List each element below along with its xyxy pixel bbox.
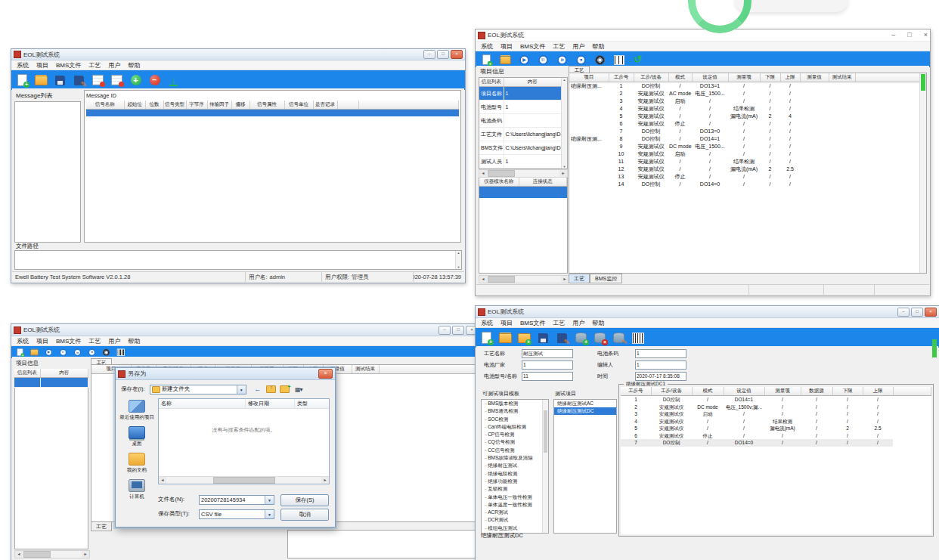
column-header[interactable]: 测量值 [800, 73, 829, 82]
column-header[interactable]: 信号类型 [163, 101, 186, 110]
text-input[interactable]: 1 [522, 360, 573, 370]
toolbar-icon[interactable] [479, 331, 494, 345]
list-item[interactable]: 模组电压测试 [482, 524, 548, 532]
tab-bms-monitor[interactable]: BMS监控 [590, 274, 622, 283]
chevron-down-icon[interactable] [237, 385, 246, 394]
column-header[interactable]: 信息列表 [14, 369, 40, 378]
scroll-left-arrow[interactable] [479, 276, 487, 283]
close-button[interactable] [451, 50, 463, 59]
menu-item[interactable]: 工艺 [549, 319, 569, 327]
save-button[interactable]: 保存(S) [280, 494, 329, 506]
list-item[interactable]: Can终端电阻检测 [482, 423, 548, 431]
column-header[interactable] [358, 101, 459, 110]
menu-item[interactable]: 帮助 [124, 61, 144, 70]
column-header[interactable]: 偏移 [231, 101, 249, 110]
info-row[interactable]: 工艺文件 C:\Users\lichangjiang\Desktop [479, 128, 562, 141]
titlebar[interactable]: EOL测试系统 [11, 49, 465, 60]
step-row[interactable]: 绝缘耐压测... 1 DO控制 / DO13=1 / / / [569, 82, 920, 91]
toolbar-icon[interactable] [593, 331, 607, 345]
column-header[interactable] [893, 387, 931, 396]
list-item[interactable]: 绝缘耐压测试AC [554, 400, 616, 407]
column-header[interactable]: 测量项 [728, 73, 760, 82]
back-icon[interactable] [253, 385, 263, 394]
column-header[interactable]: 测试结果 [829, 73, 855, 82]
text-input[interactable]: 1 [635, 349, 686, 358]
step-row[interactable]: 4 安规测试仪 / / 结果检测 / / / [621, 418, 931, 425]
column-header[interactable]: 工步号 [621, 387, 651, 396]
column-header[interactable] [379, 365, 476, 374]
toolbar-icon[interactable] [147, 73, 162, 87]
list-item[interactable]: 绝缘功能检测 [482, 478, 548, 485]
menu-item[interactable]: BMS文件 [52, 61, 85, 70]
toolbar-icon[interactable] [575, 54, 587, 65]
file-name-input[interactable]: 20200728145934 [199, 495, 274, 505]
horizontal-scrollbar[interactable] [479, 275, 569, 283]
scroll-right-arrow[interactable] [82, 551, 89, 558]
menu-item[interactable]: 项目 [33, 61, 52, 70]
list-item[interactable]: BMS通讯检测 [482, 407, 548, 415]
toolbar-icon[interactable] [102, 348, 111, 356]
menu-item[interactable]: 项目 [33, 337, 52, 345]
toolbar-icon[interactable] [480, 54, 492, 65]
column-header[interactable]: 内容 [40, 369, 88, 378]
scroll-thumb[interactable] [488, 276, 515, 283]
column-header[interactable]: 内容 [504, 78, 562, 87]
step-row[interactable]: 7 DO控制 / DO13=0 / / / [569, 128, 920, 135]
list-item[interactable]: CQ信号检测 [482, 438, 548, 446]
menu-item[interactable]: 系统 [477, 319, 497, 327]
close-button[interactable] [925, 308, 937, 317]
toolbar-icon[interactable] [15, 73, 29, 87]
list-item[interactable]: 绝缘耐压测试 [482, 462, 548, 469]
step-row[interactable]: 1 DO控制 / DO14=1 / / / / [621, 396, 931, 404]
column-header[interactable]: 模式 [668, 73, 692, 82]
up-folder-icon[interactable] [266, 385, 277, 394]
menu-item[interactable]: 工艺 [85, 61, 104, 70]
scroll-thumb[interactable] [23, 551, 51, 558]
step-row[interactable]: 2 安规测试仪 DC mode 电压_1500v;漏... / / / / [621, 404, 931, 411]
place-item[interactable]: 我的文档 [119, 453, 155, 472]
toolbar-icon[interactable] [536, 331, 550, 345]
list-item[interactable]: CP信号检测 [482, 431, 548, 438]
vertical-scrollbar[interactable] [561, 78, 567, 169]
list-item[interactable]: BMS故障读取及清除 [482, 454, 548, 462]
column-header[interactable]: 模式 [692, 387, 724, 396]
column-header[interactable]: 上限 [780, 73, 800, 82]
toolbar-icon[interactable] [499, 54, 511, 65]
column-header[interactable]: 位数 [145, 101, 163, 110]
minimize-button[interactable] [891, 29, 895, 41]
scroll-thumb[interactable] [921, 74, 925, 91]
file-type-select[interactable]: CSV file [199, 509, 274, 519]
selected-empty-row[interactable] [479, 187, 567, 199]
toolbar-icon[interactable] [555, 331, 569, 345]
menu-item[interactable]: 系统 [477, 42, 497, 51]
menu-item[interactable]: 系统 [13, 337, 33, 345]
info-row[interactable]: BMS文件 C:\Users\lichangjiang\Desktop [479, 141, 562, 155]
toolbar-icon[interactable] [537, 54, 549, 65]
column-header[interactable]: 设定值 [692, 73, 728, 82]
menu-item[interactable]: 用户 [569, 319, 588, 327]
toolbar-icon[interactable] [612, 54, 624, 65]
column-header[interactable]: 仪器模块名称 [479, 178, 519, 187]
list-item[interactable]: 绝缘耐压测试DC [554, 407, 616, 415]
step-row[interactable]: 3 安规测试仪 启动 / / / / [569, 97, 920, 105]
menu-item[interactable]: 用户 [104, 61, 124, 70]
list-item[interactable]: SOC检测 [482, 416, 548, 423]
new-folder-icon[interactable] [280, 385, 290, 394]
selected-empty-row[interactable] [86, 110, 459, 117]
info-row[interactable]: 电池条码 [479, 114, 562, 128]
minimize-button[interactable] [423, 50, 435, 59]
titlebar[interactable]: EOL测试系统 [476, 29, 930, 42]
toolbar-icon[interactable] [45, 348, 54, 356]
list-item[interactable]: CC信号检测 [482, 447, 548, 454]
column-header[interactable]: 项目 [569, 73, 609, 82]
menu-item[interactable]: 工艺 [549, 42, 569, 51]
scroll-thumb[interactable] [544, 410, 547, 453]
log-textarea[interactable] [287, 530, 476, 558]
text-input[interactable]: 1 [635, 360, 686, 370]
menu-item[interactable]: 用户 [569, 42, 588, 51]
toolbar-icon[interactable] [59, 348, 68, 356]
step-row[interactable]: 5 安规测试仪 / / 漏电流(mA) 2 4 [569, 113, 920, 120]
column-header[interactable]: 工步/设备 [634, 73, 668, 82]
toolbar-icon[interactable] [30, 348, 39, 356]
toolbar-icon[interactable] [88, 348, 97, 356]
